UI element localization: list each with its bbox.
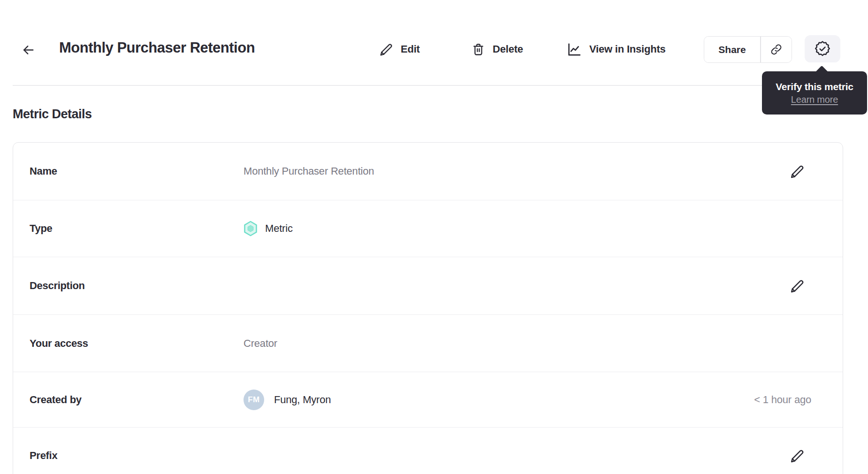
created-timestamp: < 1 hour ago — [754, 394, 811, 406]
delete-button[interactable]: Delete — [471, 39, 523, 60]
detail-row-your-access: Your access Creator — [13, 315, 843, 372]
created-by-value: Fung, Myron — [274, 394, 331, 406]
learn-more-link[interactable]: Learn more — [791, 94, 838, 105]
back-button[interactable] — [18, 39, 38, 60]
type-label: Type — [30, 222, 244, 235]
edit-button-label: Edit — [401, 43, 420, 55]
detail-row-description: Description — [13, 257, 843, 315]
edit-name-button[interactable] — [787, 162, 806, 181]
your-access-label: Your access — [30, 337, 244, 350]
verified-badge-icon — [814, 40, 831, 58]
delete-button-label: Delete — [493, 43, 523, 55]
detail-row-name: Name Monthly Purchaser Retention — [13, 143, 843, 200]
verify-metric-tooltip: Verify this metric Learn more — [762, 71, 867, 115]
chain-link-icon — [770, 43, 783, 56]
name-value: Monthly Purchaser Retention — [244, 165, 374, 177]
header-divider — [13, 85, 843, 86]
share-button-group: Share — [704, 36, 792, 63]
section-title: Metric Details — [13, 107, 92, 122]
type-value: Metric — [265, 222, 293, 235]
pencil-icon — [789, 278, 805, 294]
metric-hexagon-icon — [244, 221, 258, 237]
pencil-icon — [789, 448, 805, 464]
detail-row-prefix: Prefix — [13, 428, 843, 474]
share-button[interactable]: Share — [704, 37, 760, 62]
view-in-insights-label: View in Insights — [589, 43, 666, 55]
prefix-label: Prefix — [30, 450, 244, 462]
your-access-value: Creator — [244, 337, 277, 350]
detail-row-created-by: Created by FM Fung, Myron < 1 hour ago — [13, 372, 843, 428]
trash-icon — [471, 42, 486, 57]
avatar: FM — [244, 390, 264, 410]
edit-button[interactable]: Edit — [378, 39, 420, 60]
edit-description-button[interactable] — [787, 276, 806, 295]
arrow-left-icon — [21, 43, 36, 57]
tooltip-title: Verify this metric — [776, 81, 853, 92]
name-label: Name — [30, 165, 244, 177]
page-title: Monthly Purchaser Retention — [59, 39, 255, 56]
created-by-label: Created by — [30, 394, 244, 406]
pencil-icon — [378, 42, 394, 57]
metric-details-card: Name Monthly Purchaser Retention Type Me… — [13, 142, 843, 474]
detail-row-type: Type Metric — [13, 200, 843, 257]
verify-metric-button[interactable] — [805, 35, 840, 62]
copy-link-button[interactable] — [761, 37, 792, 62]
description-label: Description — [30, 280, 244, 292]
line-chart-icon — [566, 41, 582, 58]
pencil-icon — [789, 163, 805, 180]
view-in-insights-button[interactable]: View in Insights — [566, 39, 666, 60]
edit-prefix-button[interactable] — [787, 446, 806, 465]
